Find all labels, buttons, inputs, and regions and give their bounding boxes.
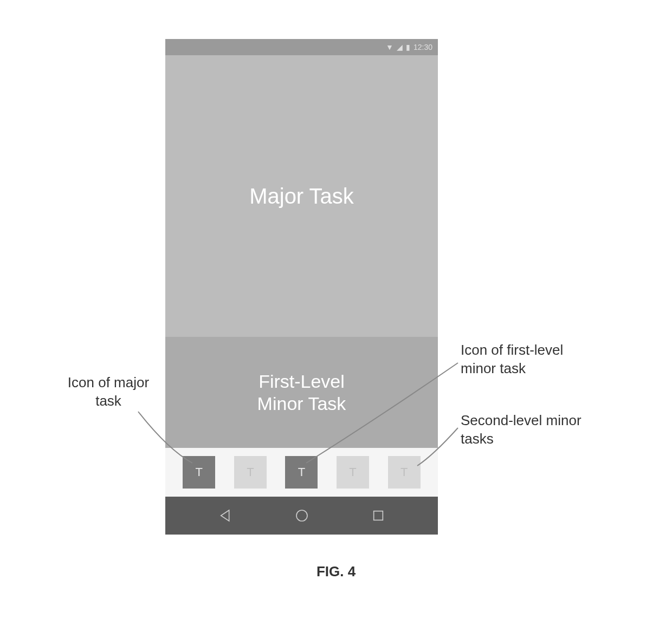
first-level-minor-task-icon[interactable]: T	[285, 456, 318, 489]
first-level-minor-task-area[interactable]: First-Level Minor Task	[165, 337, 438, 448]
major-task-icon[interactable]: T	[183, 456, 215, 489]
callout-first-level-icon: Icon of first-level minor task	[461, 341, 602, 378]
wifi-icon: ▼	[386, 43, 393, 51]
recent-apps-icon[interactable]	[369, 506, 388, 525]
svg-rect-2	[373, 511, 383, 520]
home-icon[interactable]	[292, 506, 312, 525]
callout-major-task-icon: Icon of major task	[65, 374, 152, 411]
status-time: 12:30	[413, 43, 432, 51]
major-task-label: Major Task	[249, 184, 354, 209]
battery-icon: ▮	[406, 43, 410, 51]
svg-marker-0	[221, 510, 229, 521]
second-level-minor-task-icon[interactable]: T	[388, 456, 421, 489]
second-level-minor-task-icon[interactable]: T	[337, 456, 369, 489]
callout-second-level-tasks: Second-level minor tasks	[461, 412, 602, 448]
navigation-bar	[165, 497, 438, 535]
signal-icon: ◢	[397, 43, 403, 51]
svg-point-1	[296, 510, 307, 521]
back-icon[interactable]	[216, 506, 235, 525]
second-level-minor-task-icon[interactable]: T	[234, 456, 267, 489]
major-task-area[interactable]: Major Task	[165, 55, 438, 337]
phone-mockup: ▼ ◢ ▮ 12:30 Major Task First-Level Minor…	[165, 39, 438, 535]
task-icon-bar: T T T T T	[165, 448, 438, 497]
status-bar: ▼ ◢ ▮ 12:30	[165, 39, 438, 55]
first-level-minor-task-label: First-Level Minor Task	[257, 370, 346, 415]
figure-caption: FIG. 4	[0, 563, 672, 580]
